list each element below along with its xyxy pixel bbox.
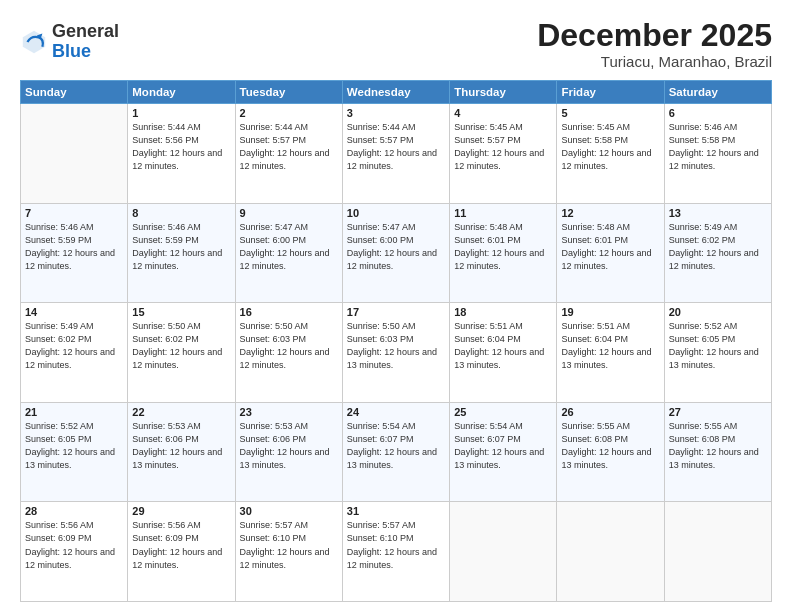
day-number: 21 <box>25 406 123 418</box>
day-number: 12 <box>561 207 659 219</box>
calendar-cell: 12Sunrise: 5:48 AMSunset: 6:01 PMDayligh… <box>557 203 664 303</box>
calendar-table: SundayMondayTuesdayWednesdayThursdayFrid… <box>20 80 772 602</box>
calendar-cell: 23Sunrise: 5:53 AMSunset: 6:06 PMDayligh… <box>235 402 342 502</box>
calendar-cell: 19Sunrise: 5:51 AMSunset: 6:04 PMDayligh… <box>557 303 664 403</box>
day-number: 31 <box>347 505 445 517</box>
day-info: Sunrise: 5:44 AMSunset: 5:57 PMDaylight:… <box>240 121 338 173</box>
day-number: 9 <box>240 207 338 219</box>
day-info: Sunrise: 5:52 AMSunset: 6:05 PMDaylight:… <box>25 420 123 472</box>
logo-icon <box>20 28 48 56</box>
calendar-header-sunday: Sunday <box>21 81 128 104</box>
calendar-cell <box>21 104 128 204</box>
day-info: Sunrise: 5:54 AMSunset: 6:07 PMDaylight:… <box>454 420 552 472</box>
logo-general-text: General <box>52 21 119 41</box>
day-info: Sunrise: 5:57 AMSunset: 6:10 PMDaylight:… <box>347 519 445 571</box>
calendar-cell: 29Sunrise: 5:56 AMSunset: 6:09 PMDayligh… <box>128 502 235 602</box>
day-number: 24 <box>347 406 445 418</box>
day-info: Sunrise: 5:51 AMSunset: 6:04 PMDaylight:… <box>561 320 659 372</box>
day-number: 26 <box>561 406 659 418</box>
day-number: 8 <box>132 207 230 219</box>
day-number: 7 <box>25 207 123 219</box>
day-info: Sunrise: 5:51 AMSunset: 6:04 PMDaylight:… <box>454 320 552 372</box>
calendar-week-2: 7Sunrise: 5:46 AMSunset: 5:59 PMDaylight… <box>21 203 772 303</box>
day-number: 1 <box>132 107 230 119</box>
calendar-cell: 24Sunrise: 5:54 AMSunset: 6:07 PMDayligh… <box>342 402 449 502</box>
day-info: Sunrise: 5:48 AMSunset: 6:01 PMDaylight:… <box>561 221 659 273</box>
logo-blue-text: Blue <box>52 41 91 61</box>
logo: General Blue <box>20 22 119 62</box>
day-info: Sunrise: 5:45 AMSunset: 5:58 PMDaylight:… <box>561 121 659 173</box>
calendar-cell: 17Sunrise: 5:50 AMSunset: 6:03 PMDayligh… <box>342 303 449 403</box>
calendar-week-1: 1Sunrise: 5:44 AMSunset: 5:56 PMDaylight… <box>21 104 772 204</box>
calendar-cell: 14Sunrise: 5:49 AMSunset: 6:02 PMDayligh… <box>21 303 128 403</box>
day-info: Sunrise: 5:55 AMSunset: 6:08 PMDaylight:… <box>669 420 767 472</box>
day-info: Sunrise: 5:50 AMSunset: 6:03 PMDaylight:… <box>347 320 445 372</box>
calendar-week-5: 28Sunrise: 5:56 AMSunset: 6:09 PMDayligh… <box>21 502 772 602</box>
day-info: Sunrise: 5:50 AMSunset: 6:02 PMDaylight:… <box>132 320 230 372</box>
calendar-cell <box>664 502 771 602</box>
calendar-header-row: SundayMondayTuesdayWednesdayThursdayFrid… <box>21 81 772 104</box>
calendar-cell: 25Sunrise: 5:54 AMSunset: 6:07 PMDayligh… <box>450 402 557 502</box>
day-number: 19 <box>561 306 659 318</box>
calendar-cell: 5Sunrise: 5:45 AMSunset: 5:58 PMDaylight… <box>557 104 664 204</box>
calendar-cell: 22Sunrise: 5:53 AMSunset: 6:06 PMDayligh… <box>128 402 235 502</box>
calendar-header-thursday: Thursday <box>450 81 557 104</box>
calendar-cell: 18Sunrise: 5:51 AMSunset: 6:04 PMDayligh… <box>450 303 557 403</box>
calendar-cell: 4Sunrise: 5:45 AMSunset: 5:57 PMDaylight… <box>450 104 557 204</box>
calendar-header-friday: Friday <box>557 81 664 104</box>
calendar-cell: 10Sunrise: 5:47 AMSunset: 6:00 PMDayligh… <box>342 203 449 303</box>
day-info: Sunrise: 5:44 AMSunset: 5:56 PMDaylight:… <box>132 121 230 173</box>
calendar-cell: 1Sunrise: 5:44 AMSunset: 5:56 PMDaylight… <box>128 104 235 204</box>
day-number: 5 <box>561 107 659 119</box>
page: General Blue December 2025 Turiacu, Mara… <box>0 0 792 612</box>
day-number: 28 <box>25 505 123 517</box>
main-title: December 2025 <box>537 18 772 53</box>
calendar-cell: 21Sunrise: 5:52 AMSunset: 6:05 PMDayligh… <box>21 402 128 502</box>
calendar-cell: 16Sunrise: 5:50 AMSunset: 6:03 PMDayligh… <box>235 303 342 403</box>
day-number: 20 <box>669 306 767 318</box>
day-number: 2 <box>240 107 338 119</box>
day-number: 27 <box>669 406 767 418</box>
subtitle: Turiacu, Maranhao, Brazil <box>537 53 772 70</box>
day-number: 3 <box>347 107 445 119</box>
logo-text: General Blue <box>52 22 119 62</box>
calendar-header-wednesday: Wednesday <box>342 81 449 104</box>
calendar-cell: 11Sunrise: 5:48 AMSunset: 6:01 PMDayligh… <box>450 203 557 303</box>
day-number: 22 <box>132 406 230 418</box>
calendar-cell: 26Sunrise: 5:55 AMSunset: 6:08 PMDayligh… <box>557 402 664 502</box>
calendar-cell: 13Sunrise: 5:49 AMSunset: 6:02 PMDayligh… <box>664 203 771 303</box>
day-number: 30 <box>240 505 338 517</box>
calendar-header-saturday: Saturday <box>664 81 771 104</box>
day-number: 14 <box>25 306 123 318</box>
day-number: 15 <box>132 306 230 318</box>
day-number: 18 <box>454 306 552 318</box>
day-number: 23 <box>240 406 338 418</box>
calendar-header-tuesday: Tuesday <box>235 81 342 104</box>
calendar-cell: 15Sunrise: 5:50 AMSunset: 6:02 PMDayligh… <box>128 303 235 403</box>
calendar-header-monday: Monday <box>128 81 235 104</box>
calendar-cell: 30Sunrise: 5:57 AMSunset: 6:10 PMDayligh… <box>235 502 342 602</box>
calendar-cell: 20Sunrise: 5:52 AMSunset: 6:05 PMDayligh… <box>664 303 771 403</box>
day-number: 6 <box>669 107 767 119</box>
day-info: Sunrise: 5:49 AMSunset: 6:02 PMDaylight:… <box>669 221 767 273</box>
day-info: Sunrise: 5:46 AMSunset: 5:59 PMDaylight:… <box>25 221 123 273</box>
header: General Blue December 2025 Turiacu, Mara… <box>20 18 772 70</box>
day-number: 11 <box>454 207 552 219</box>
calendar-cell: 7Sunrise: 5:46 AMSunset: 5:59 PMDaylight… <box>21 203 128 303</box>
day-info: Sunrise: 5:46 AMSunset: 5:59 PMDaylight:… <box>132 221 230 273</box>
day-info: Sunrise: 5:56 AMSunset: 6:09 PMDaylight:… <box>132 519 230 571</box>
title-block: December 2025 Turiacu, Maranhao, Brazil <box>537 18 772 70</box>
calendar-cell <box>557 502 664 602</box>
calendar-cell: 6Sunrise: 5:46 AMSunset: 5:58 PMDaylight… <box>664 104 771 204</box>
day-number: 10 <box>347 207 445 219</box>
day-info: Sunrise: 5:53 AMSunset: 6:06 PMDaylight:… <box>240 420 338 472</box>
day-info: Sunrise: 5:53 AMSunset: 6:06 PMDaylight:… <box>132 420 230 472</box>
calendar-cell: 27Sunrise: 5:55 AMSunset: 6:08 PMDayligh… <box>664 402 771 502</box>
day-number: 17 <box>347 306 445 318</box>
calendar-cell: 9Sunrise: 5:47 AMSunset: 6:00 PMDaylight… <box>235 203 342 303</box>
calendar-cell: 31Sunrise: 5:57 AMSunset: 6:10 PMDayligh… <box>342 502 449 602</box>
day-number: 4 <box>454 107 552 119</box>
day-number: 29 <box>132 505 230 517</box>
calendar-week-3: 14Sunrise: 5:49 AMSunset: 6:02 PMDayligh… <box>21 303 772 403</box>
day-info: Sunrise: 5:55 AMSunset: 6:08 PMDaylight:… <box>561 420 659 472</box>
